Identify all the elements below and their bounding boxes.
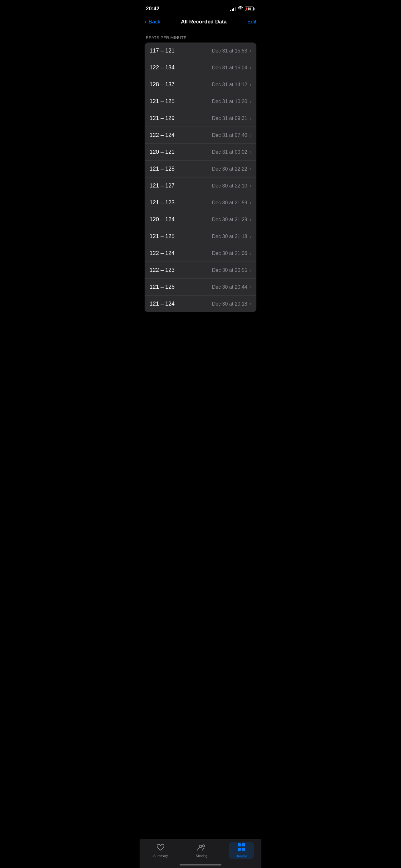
bpm-range: 121 – 124: [149, 301, 175, 307]
list-item[interactable]: 122 – 124 Dec 31 at 07:40 ›: [144, 127, 257, 144]
record-date: Dec 30 at 21:59: [212, 200, 247, 206]
signal-icon: [230, 6, 236, 11]
bpm-range: 128 – 137: [149, 81, 175, 88]
list-item[interactable]: 128 – 137 Dec 31 at 14:12 ›: [144, 76, 257, 93]
chevron-right-icon: ›: [250, 200, 252, 206]
chevron-right-icon: ›: [250, 48, 252, 54]
list-item[interactable]: 121 – 124 Dec 30 at 20:18 ›: [144, 296, 257, 312]
chevron-right-icon: ›: [250, 82, 252, 88]
back-label: Back: [149, 19, 161, 25]
records-list: 117 – 121 Dec 31 at 15:53 › 122 – 134 De…: [144, 42, 257, 312]
list-item[interactable]: 121 – 126 Dec 30 at 20:44 ›: [144, 279, 257, 296]
record-date: Dec 30 at 22:10: [212, 183, 247, 189]
chevron-right-icon: ›: [250, 65, 252, 71]
item-right: Dec 31 at 15:04 ›: [212, 65, 252, 71]
list-item[interactable]: 121 – 128 Dec 30 at 22:22 ›: [144, 161, 257, 178]
item-right: Dec 30 at 20:18 ›: [212, 301, 252, 307]
nav-bar: ‹ Back All Recorded Data Edit: [140, 16, 261, 30]
item-right: Dec 31 at 09:31 ›: [212, 116, 252, 121]
content-area: BEATS PER MINUTE 117 – 121 Dec 31 at 15:…: [140, 30, 261, 343]
list-item[interactable]: 122 – 134 Dec 31 at 15:04 ›: [144, 59, 257, 76]
item-right: Dec 30 at 22:22 ›: [212, 166, 252, 172]
bpm-range: 121 – 128: [149, 165, 175, 172]
item-right: Dec 31 at 15:53 ›: [212, 48, 252, 54]
bpm-range: 121 – 125: [149, 233, 175, 240]
list-item[interactable]: 122 – 124 Dec 30 at 21:06 ›: [144, 245, 257, 262]
bpm-range: 121 – 126: [149, 284, 175, 290]
item-right: Dec 30 at 21:18 ›: [212, 234, 252, 239]
status-icons: 10: [230, 6, 255, 11]
record-date: Dec 30 at 20:18: [212, 301, 247, 307]
record-date: Dec 30 at 21:06: [212, 251, 247, 256]
record-date: Dec 31 at 15:53: [212, 48, 247, 54]
record-date: Dec 30 at 21:18: [212, 234, 247, 239]
list-item[interactable]: 121 – 127 Dec 30 at 22:10 ›: [144, 178, 257, 194]
chevron-right-icon: ›: [250, 132, 252, 138]
record-date: Dec 31 at 09:31: [212, 116, 247, 121]
list-item[interactable]: 120 – 121 Dec 31 at 00:02 ›: [144, 144, 257, 161]
record-date: Dec 30 at 22:22: [212, 166, 247, 172]
record-date: Dec 30 at 21:29: [212, 217, 247, 222]
list-item[interactable]: 121 – 125 Dec 30 at 21:18 ›: [144, 228, 257, 245]
chevron-right-icon: ›: [250, 149, 252, 155]
item-right: Dec 30 at 21:59 ›: [212, 200, 252, 206]
bpm-range: 122 – 123: [149, 267, 175, 273]
item-right: Dec 30 at 20:55 ›: [212, 268, 252, 273]
list-item[interactable]: 121 – 125 Dec 31 at 10:20 ›: [144, 93, 257, 110]
list-item[interactable]: 121 – 129 Dec 31 at 09:31 ›: [144, 110, 257, 127]
item-right: Dec 30 at 21:29 ›: [212, 217, 252, 222]
record-date: Dec 31 at 14:12: [212, 82, 247, 88]
item-right: Dec 31 at 10:20 ›: [212, 99, 252, 104]
chevron-right-icon: ›: [250, 284, 252, 290]
bpm-range: 122 – 124: [149, 132, 175, 138]
edit-label: Edit: [247, 19, 257, 25]
back-button[interactable]: ‹ Back: [144, 18, 160, 25]
battery-icon: 10: [245, 6, 255, 11]
chevron-right-icon: ›: [250, 251, 252, 256]
bpm-range: 121 – 125: [149, 98, 175, 105]
list-item[interactable]: 121 – 123 Dec 30 at 21:59 ›: [144, 194, 257, 211]
record-date: Dec 31 at 15:04: [212, 65, 247, 71]
chevron-right-icon: ›: [250, 217, 252, 222]
list-item[interactable]: 117 – 121 Dec 31 at 15:53 ›: [144, 42, 257, 59]
chevron-right-icon: ›: [250, 268, 252, 273]
item-right: Dec 30 at 21:06 ›: [212, 251, 252, 256]
record-date: Dec 30 at 20:44: [212, 284, 247, 290]
chevron-right-icon: ›: [250, 116, 252, 121]
bpm-range: 122 – 124: [149, 250, 175, 256]
record-date: Dec 31 at 07:40: [212, 132, 247, 138]
item-right: Dec 31 at 14:12 ›: [212, 82, 252, 88]
chevron-right-icon: ›: [250, 234, 252, 239]
bpm-range: 120 – 121: [149, 149, 175, 155]
chevron-right-icon: ›: [250, 166, 252, 172]
bpm-range: 121 – 129: [149, 115, 175, 122]
page-title: All Recorded Data: [181, 19, 226, 25]
record-date: Dec 31 at 10:20: [212, 99, 247, 104]
bpm-range: 121 – 123: [149, 199, 175, 206]
chevron-right-icon: ›: [250, 99, 252, 104]
section-header: BEATS PER MINUTE: [140, 30, 261, 42]
edit-button[interactable]: Edit: [247, 19, 257, 25]
chevron-right-icon: ›: [250, 183, 252, 189]
record-date: Dec 31 at 00:02: [212, 149, 247, 155]
item-right: Dec 31 at 07:40 ›: [212, 132, 252, 138]
item-right: Dec 31 at 00:02 ›: [212, 149, 252, 155]
bpm-range: 117 – 121: [149, 48, 175, 54]
bpm-range: 121 – 127: [149, 183, 175, 189]
list-item[interactable]: 122 – 123 Dec 30 at 20:55 ›: [144, 262, 257, 279]
status-time: 20:42: [146, 6, 159, 12]
back-chevron-icon: ‹: [144, 18, 147, 25]
bpm-range: 120 – 124: [149, 216, 175, 223]
record-date: Dec 30 at 20:55: [212, 268, 247, 273]
status-bar: 20:42 10: [140, 0, 261, 16]
bpm-range: 122 – 134: [149, 64, 175, 71]
list-item[interactable]: 120 – 124 Dec 30 at 21:29 ›: [144, 211, 257, 228]
wifi-icon: [238, 6, 243, 11]
chevron-right-icon: ›: [250, 301, 252, 307]
item-right: Dec 30 at 20:44 ›: [212, 284, 252, 290]
item-right: Dec 30 at 22:10 ›: [212, 183, 252, 189]
